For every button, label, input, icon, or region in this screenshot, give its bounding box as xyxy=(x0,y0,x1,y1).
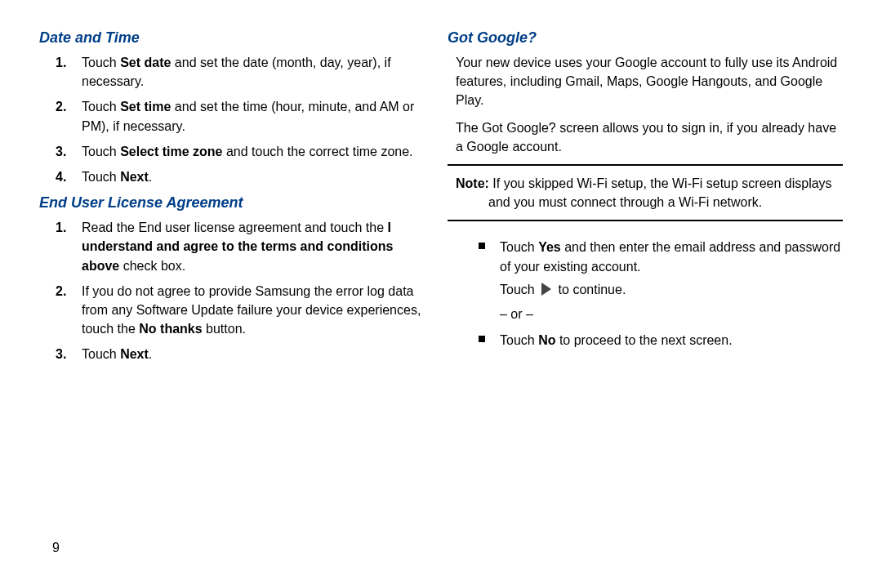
bold-text: Select time zone xyxy=(120,145,222,158)
note-text: If you skipped Wi-Fi setup, the Wi-Fi se… xyxy=(488,176,832,209)
step-text: Touch xyxy=(82,56,120,69)
heading-date-time: Date and Time xyxy=(39,29,421,47)
step-text: and touch the correct time zone. xyxy=(223,145,413,158)
bullet-text: Touch xyxy=(500,240,538,254)
step-text: Read the End user license agreement and … xyxy=(82,220,387,234)
step-item: Read the End user license agreement and … xyxy=(75,218,421,275)
step-text: Touch xyxy=(82,347,120,361)
bold-text: Next xyxy=(120,170,149,184)
note-block: Note: If you skipped Wi-Fi setup, the Wi… xyxy=(448,164,843,221)
step-item: Touch Set date and set the date (month, … xyxy=(75,53,421,91)
heading-got-google: Got Google? xyxy=(448,29,843,47)
touch-text: Touch xyxy=(500,283,538,296)
step-text: If you do not agree to provide Samsung t… xyxy=(82,284,421,336)
paragraph: The Got Google? screen allows you to sig… xyxy=(448,118,843,156)
step-item: If you do not agree to provide Samsung t… xyxy=(75,282,421,339)
bullet-list: Touch Yes and then enter the email addre… xyxy=(448,238,843,350)
step-text: Touch xyxy=(82,170,120,184)
heading-eula: End User License Agreement xyxy=(39,194,421,212)
bold-text: Next xyxy=(120,347,149,361)
subline: Touch to continue. xyxy=(500,280,843,300)
step-item: Touch Next. xyxy=(75,345,421,363)
step-text: check box. xyxy=(119,259,185,273)
bullet-text: to proceed to the next screen. xyxy=(555,333,732,347)
list-item: Touch No to proceed to the next screen. xyxy=(497,331,843,350)
bold-text: No xyxy=(538,333,555,347)
step-item: Touch Next. xyxy=(75,167,421,186)
step-text: Touch xyxy=(82,100,120,114)
or-separator: – or – xyxy=(500,305,843,324)
right-column: Got Google? Your new device uses your Go… xyxy=(441,29,843,588)
page-number: 9 xyxy=(52,541,60,555)
left-column: Date and Time Touch Set date and set the… xyxy=(39,29,441,588)
note-label: Note: xyxy=(456,176,489,190)
step-item: Touch Select time zone and touch the cor… xyxy=(75,142,421,161)
play-arrow-icon xyxy=(541,283,551,296)
step-text: button. xyxy=(203,322,246,336)
step-text: . xyxy=(149,347,152,361)
bullet-text: Touch xyxy=(500,333,538,347)
steps-date-time: Touch Set date and set the date (month, … xyxy=(39,53,421,186)
paragraph: Your new device uses your Google account… xyxy=(448,53,843,110)
steps-eula: Read the End user license agreement and … xyxy=(39,218,421,363)
bold-text: Set date xyxy=(120,56,171,69)
step-text: Touch xyxy=(82,145,120,158)
step-item: Touch Set time and set the time (hour, m… xyxy=(75,97,421,135)
list-item: Touch Yes and then enter the email addre… xyxy=(497,238,843,324)
bold-text: No thanks xyxy=(139,322,202,336)
step-text: . xyxy=(149,170,152,184)
bold-text: Yes xyxy=(538,240,561,254)
bold-text: Set time xyxy=(120,100,171,114)
continue-text: to continue. xyxy=(559,283,626,296)
document-page: Date and Time Touch Set date and set the… xyxy=(0,0,882,588)
